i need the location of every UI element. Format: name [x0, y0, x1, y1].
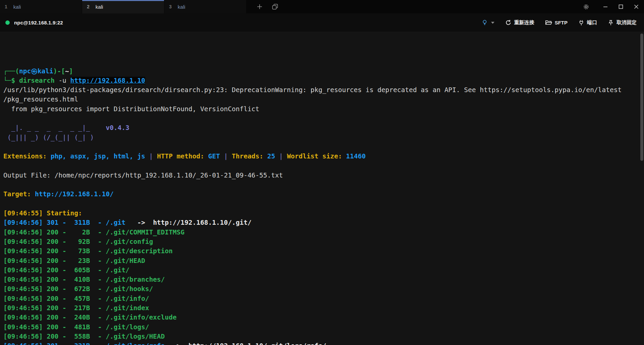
new-tab-button[interactable]	[252, 0, 267, 13]
stacked-tabs-icon	[272, 3, 278, 10]
tab-number: 3	[169, 4, 172, 9]
scrollbar[interactable]	[640, 33, 643, 161]
connection-host: npc@192.168.1.9:22	[14, 20, 63, 25]
terminal-line: [09:46:56] 200 - 92B - /.git/config	[3, 237, 644, 247]
plus-icon	[257, 4, 263, 10]
terminal-line: Output File: /home/npc/reports/http_192.…	[3, 171, 644, 180]
terminal[interactable]: ┌──(npc㉿kali)-[~]└─$ dirsearch -u http:/…	[0, 32, 644, 345]
terminal-output: ┌──(npc㉿kali)-[~]└─$ dirsearch -u http:/…	[3, 67, 644, 345]
folder-icon	[545, 20, 552, 25]
sftp-label: SFTP	[555, 20, 568, 25]
reconnect-label: 重新连接	[514, 19, 534, 26]
tab-list-button[interactable]	[267, 0, 283, 13]
hint-lightbulb-button[interactable]	[482, 19, 494, 26]
terminal-line	[3, 114, 644, 123]
terminal-line: _|. _ _ _ _ _ _|_ v0.4.3	[3, 123, 644, 133]
unpin-label: 取消固定	[616, 19, 637, 26]
terminal-line: [09:46:56] 301 - 311B - /.git -> http://…	[3, 218, 644, 227]
close-icon	[634, 4, 639, 9]
terminal-line	[3, 161, 644, 171]
terminal-line: from pkg_resources import DistributionNo…	[3, 105, 644, 114]
minimize-icon	[603, 4, 608, 9]
terminal-line: └─$ dirsearch -u http://192.168.1.10	[3, 76, 644, 85]
tab-number: 1	[5, 4, 7, 9]
terminal-line: [09:46:56] 200 - 217B - /.git/index	[3, 303, 644, 313]
tab-number: 2	[87, 4, 90, 9]
maximize-button[interactable]	[613, 0, 629, 13]
terminal-line: Extensions: php, aspx, jsp, html, js | H…	[3, 152, 644, 161]
terminal-line: [09:46:56] 200 - 410B - /.git/branches/	[3, 275, 644, 284]
tab-label: kali	[96, 4, 103, 10]
terminal-line: [09:46:56] 200 - 73B - /.git/description	[3, 247, 644, 256]
reconnect-button[interactable]: 重新连接	[505, 19, 534, 26]
tab-3-kali[interactable]: 3 kali	[164, 0, 247, 13]
terminal-line: /usr/lib/python3/dist-packages/dirsearch…	[3, 85, 644, 95]
port-button[interactable]: 端口	[578, 19, 597, 26]
terminal-line: [09:46:56] 301 - 321B - /.git/logs/refs …	[3, 341, 644, 345]
tab-label: kali	[178, 4, 185, 10]
close-button[interactable]	[629, 0, 644, 13]
terminal-line: [09:46:56] 200 - 240B - /.git/info/exclu…	[3, 313, 644, 322]
terminal-line: [09:46:56] 200 - 23B - /.git/HEAD	[3, 256, 644, 266]
pin-icon	[608, 20, 614, 26]
gear-icon	[583, 3, 590, 10]
refresh-icon	[505, 19, 512, 26]
chevron-down-icon	[491, 22, 494, 24]
terminal-line: (_||| _) (/_(_|| (_| )	[3, 133, 644, 142]
terminal-line	[3, 199, 644, 209]
terminal-line: /pkg_resources.html	[3, 95, 644, 104]
unpin-button[interactable]: 取消固定	[608, 19, 637, 26]
terminal-line: [09:46:56] 200 - 481B - /.git/logs/	[3, 323, 644, 332]
maximize-icon	[618, 4, 624, 9]
connection-status-dot	[5, 20, 10, 25]
tab-label: kali	[13, 4, 21, 10]
port-label: 端口	[587, 19, 597, 26]
terminal-line: [09:46:56] 200 - 672B - /.git/hooks/	[3, 284, 644, 294]
connection-bar: npc@192.168.1.9:22 重新连接	[0, 13, 644, 32]
settings-button[interactable]	[578, 0, 594, 13]
terminal-line	[3, 142, 644, 152]
terminal-line: [09:46:56] 200 - 2B - /.git/COMMIT_EDITM…	[3, 228, 644, 237]
terminal-line: [09:46:56] 200 - 558B - /.git/logs/HEAD	[3, 332, 644, 341]
plug-icon	[578, 20, 584, 26]
lightbulb-icon	[482, 19, 488, 26]
terminal-line: Target: http://192.168.1.10/	[3, 190, 644, 199]
app-window: 1 kali 2 kali 3 kali	[0, 0, 644, 345]
terminal-line: [09:46:56] 200 - 457B - /.git/info/	[3, 294, 644, 303]
titlebar-drag-area	[283, 0, 578, 13]
terminal-line: ┌──(npc㉿kali)-[~]	[3, 67, 644, 76]
terminal-line: [09:46:55] Starting:	[3, 209, 644, 218]
terminal-line	[3, 180, 644, 190]
window-controls	[598, 0, 644, 13]
tab-2-kali[interactable]: 2 kali	[82, 0, 164, 13]
titlebar: 1 kali 2 kali 3 kali	[0, 0, 644, 13]
minimize-button[interactable]	[598, 0, 613, 13]
terminal-line: [09:46:56] 200 - 605B - /.git/	[3, 266, 644, 275]
tab-1-kali[interactable]: 1 kali	[0, 0, 82, 13]
sftp-button[interactable]: SFTP	[545, 20, 568, 25]
